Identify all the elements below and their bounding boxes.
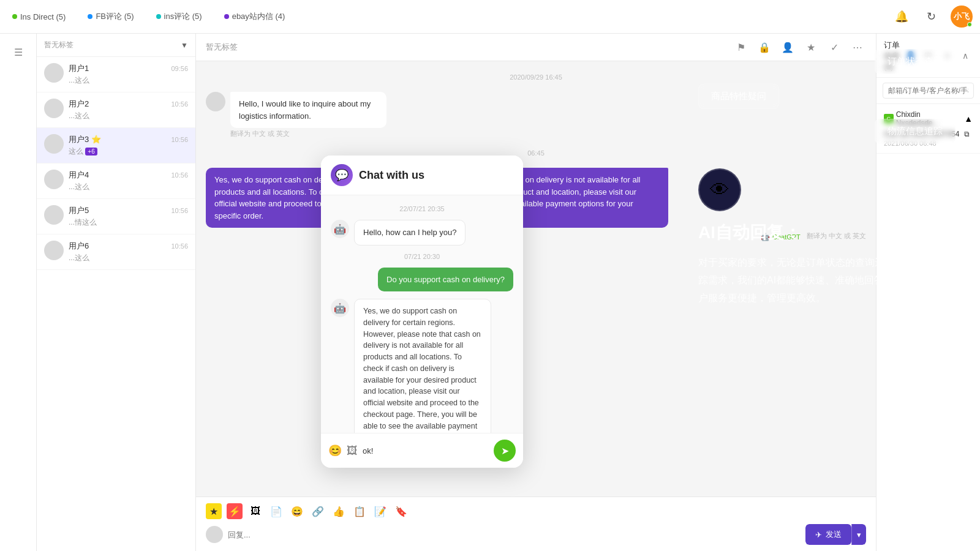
ai-bot-area: 👁 [698, 168, 956, 211]
tag-row-2: 商品特性疑问 [698, 84, 956, 109]
conv-info-2: 用户3 ⭐ 10:56 这么 +6 [69, 134, 188, 157]
widget-send-icon: ➤ [501, 445, 509, 457]
conv-info-1: 用户2 10:56 ...这么 [69, 99, 188, 121]
ai-info-panel: 订单状态查询 商品特性疑问 物流信息追踪 👁 AI自动回复： 对于买家的要求，无… [698, 49, 956, 307]
tag-row-1: 订单状态查询 [698, 49, 956, 74]
my-avatar [206, 526, 223, 543]
conv-items: 用户1 09:56 ...这么 用户2 10:56 ...这么 [37, 57, 195, 551]
widget-msg-row-bot-1: 🤖 Hello, how can I help you? [331, 220, 513, 246]
widget-msg-row-user-1: Do you support cash on delivery? [331, 268, 513, 292]
ai-desc: 对于买家的要求，无论是订单状态的查询还是物流信息的追踪需求，我们的AI都能够快速… [698, 254, 956, 307]
chat-widget: 💬 Chat with us 22/07/21 20:35 🤖 Hello, h… [321, 156, 523, 468]
tool-icon-link[interactable]: 🔗 [310, 503, 326, 519]
conv-item-1[interactable]: 用户2 10:56 ...这么 [37, 92, 195, 128]
conv-info-4: 用户5 10:56 ...情这么 [69, 205, 188, 228]
tool-icon-clipboard[interactable]: 📋 [352, 503, 368, 519]
conv-item-5[interactable]: 用户6 10:56 ...这么 [37, 234, 195, 270]
widget-msg-time-2: 07/21 20:30 [331, 253, 513, 260]
order-expand-icon[interactable]: ▲ [964, 114, 973, 124]
dot-ins-comment [156, 14, 161, 19]
conv-meta-3: 用户4 10:56 [69, 170, 188, 181]
copy-icon[interactable]: ⧉ [964, 130, 970, 138]
chat-input-row: ✈ 发送 ▾ [206, 524, 866, 545]
tool-icon-like[interactable]: 👍 [331, 503, 347, 519]
chat-input-toolbar: ★ ⚡ 🖼 📄 😄 🔗 👍 📋 📝 🔖 [206, 503, 866, 519]
nav-tab-ins-comment[interactable]: ins评论 (5) [151, 9, 207, 24]
ai-feature-tags: 订单状态查询 商品特性疑问 物流信息追踪 [698, 49, 956, 144]
notification-button[interactable]: 🔔 [892, 7, 911, 26]
top-nav: Ins Direct (5) FB评论 (5) ins评论 (5) ebay站内… [0, 0, 980, 34]
tag-row-3: 物流信息追踪 [698, 119, 956, 144]
widget-msg-time-1: 22/07/21 20:35 [331, 205, 513, 212]
send-button[interactable]: ✈ 发送 [805, 524, 851, 545]
conv-info-3: 用户4 10:56 ...这么 [69, 170, 188, 192]
tool-icon-emoji[interactable]: 😄 [289, 503, 305, 519]
left-sidebar: ☰ [0, 34, 37, 551]
widget-bot-avatar-1: 🤖 [331, 220, 349, 238]
conv-avatar-2 [44, 134, 64, 154]
tool-icon-red[interactable]: ⚡ [227, 503, 243, 519]
dot-ins-direct [12, 14, 17, 19]
nav-tab-ins-direct[interactable]: Ins Direct (5) [7, 10, 70, 24]
widget-image-icon[interactable]: 🖼 [347, 444, 358, 457]
ai-text-area: AI自动回复： 对于买家的要求，无论是订单状态的查询还是物流信息的追踪需求，我们… [698, 221, 956, 307]
conv-item-2[interactable]: 用户3 ⭐ 10:56 这么 +6 [37, 128, 195, 163]
sidebar-btn-1[interactable]: ☰ [7, 41, 29, 63]
conversation-list: 暂无标签 ▼ 用户1 09:56 ...这么 [37, 34, 196, 551]
translate-tag-1[interactable]: 翻译为 中文 或 英文 [230, 129, 454, 138]
conv-item-0[interactable]: 用户1 09:56 ...这么 [37, 57, 195, 92]
chat-input-area: ★ ⚡ 🖼 📄 😄 🔗 👍 📋 📝 🔖 ✈ [196, 497, 876, 551]
refresh-button[interactable]: ↻ [921, 7, 941, 26]
conv-avatar-4 [44, 205, 64, 225]
conv-avatar-5 [44, 241, 64, 260]
conv-item-4[interactable]: 用户5 10:56 ...情这么 [37, 199, 195, 234]
widget-logo: 💬 [331, 164, 353, 186]
conv-meta-2: 用户3 ⭐ 10:56 [69, 134, 188, 145]
conv-meta-0: 用户1 09:56 [69, 63, 188, 74]
conv-list-filter[interactable]: ▼ [181, 41, 188, 50]
ai-tag-order-status[interactable]: 订单状态查询 [875, 49, 956, 74]
conv-info-0: 用户1 09:56 ...这么 [69, 63, 188, 86]
dot-ebay [224, 14, 229, 19]
widget-bubble-bot-2: Yes, we do support cash on delivery for … [354, 299, 491, 433]
conv-meta-5: 用户6 10:56 [69, 241, 188, 252]
tool-icon-image[interactable]: 🖼 [247, 503, 263, 519]
tool-icon-doc[interactable]: 📄 [268, 503, 284, 519]
widget-header: 💬 Chat with us [321, 156, 523, 195]
widget-title: Chat with us [359, 169, 424, 182]
conv-avatar-0 [44, 63, 64, 83]
widget-msg-row-bot-2: 🤖 Yes, we do support cash on delivery fo… [331, 299, 513, 433]
conv-avatar-3 [44, 170, 64, 189]
tool-icon-note[interactable]: 📝 [372, 503, 388, 519]
msg-bubble-received-1: Hello, I would like to inquire about my … [230, 92, 386, 128]
widget-logo-icon: 💬 [335, 168, 349, 182]
panel-collapse-icon[interactable]: ∧ [958, 48, 973, 63]
ai-tag-logistics[interactable]: 物流信息追踪 [875, 119, 956, 144]
widget-messages: 22/07/21 20:35 🤖 Hello, how can I help y… [321, 195, 523, 433]
ai-bot-icon: 👁 [698, 168, 741, 211]
ai-title: AI自动回复： [698, 221, 956, 244]
tool-icon-bookmark[interactable]: 🔖 [393, 503, 409, 519]
nav-right: 🔔 ↻ 小飞 [892, 6, 973, 28]
chat-toolbar-label: 暂无标签 [206, 42, 238, 53]
conv-list-label: 暂无标签 [44, 40, 74, 50]
dot-fb [88, 14, 92, 19]
msg-avatar-received-1 [206, 92, 225, 111]
widget-input-field[interactable] [363, 446, 489, 455]
nav-tab-fb-comment[interactable]: FB评论 (5) [83, 9, 138, 24]
send-dropdown-button[interactable]: ▾ [851, 524, 866, 545]
ai-tag-product-question[interactable]: 商品特性疑问 [698, 84, 779, 109]
widget-input-bar: 😊 🖼 ➤ [321, 433, 523, 468]
conv-list-header: 暂无标签 ▼ [37, 34, 195, 57]
conv-item-3[interactable]: 用户4 10:56 ...这么 [37, 163, 195, 199]
widget-bubble-user-1: Do you support cash on delivery? [378, 268, 513, 292]
user-avatar[interactable]: 小飞 [951, 6, 973, 28]
ai-bot-face: 👁 [710, 179, 729, 201]
send-plane-icon: ✈ [815, 530, 822, 539]
widget-send-button[interactable]: ➤ [494, 440, 516, 462]
nav-tab-ebay[interactable]: ebay站内信 (4) [219, 9, 290, 24]
tool-icon-yellow[interactable]: ★ [206, 503, 222, 519]
chat-input-field[interactable] [228, 528, 801, 542]
online-indicator [967, 22, 972, 27]
widget-emoji-icon[interactable]: 😊 [328, 444, 342, 457]
